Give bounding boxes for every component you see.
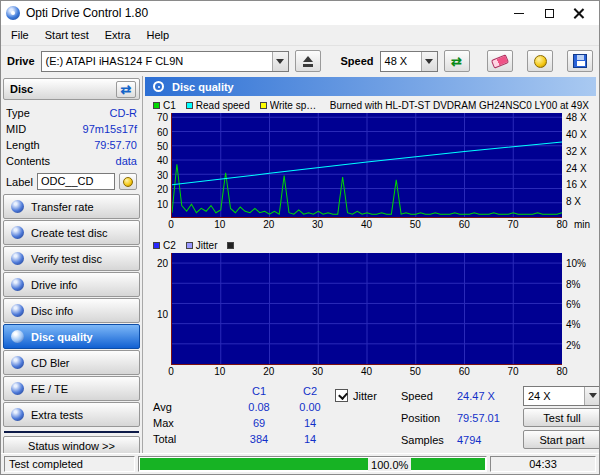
status-text-panel: Test completed: [4, 456, 135, 472]
c1-right-axis: 48 X40 X32 X24 X16 X8 X: [562, 113, 596, 218]
total-c2: 14: [285, 433, 335, 449]
info-value: 79:57.70: [94, 139, 137, 151]
jitter-plot: [171, 253, 562, 365]
max-c2: 14: [285, 417, 335, 433]
statusbar: Test completed 100.0% 04:33: [1, 453, 599, 474]
legend-swatch-icon: [186, 242, 193, 249]
drive-label: Drive: [7, 55, 35, 67]
results-area: C1 C2 Avg 0.08 0.00 Max 69 14 Total 384 …: [145, 379, 596, 453]
drive-combo[interactable]: (E:) ATAPI iHAS124 F CL9N: [41, 51, 289, 72]
legend-label: C2: [163, 240, 176, 251]
legend-item: Jitter: [186, 240, 218, 251]
close-icon: [574, 8, 584, 18]
samples-label: Samples: [401, 434, 451, 446]
label-row: Label ODC__CD: [3, 171, 140, 194]
progress-percent: 100.0%: [368, 458, 411, 472]
options-icon: [534, 55, 547, 68]
refresh-arrows-icon: ⇄: [451, 55, 462, 68]
label-input[interactable]: ODC__CD: [37, 173, 115, 190]
legend-item: C1: [153, 100, 176, 111]
sidebar-item-extra-tests[interactable]: Extra tests: [3, 402, 140, 427]
sidebar-item-fe-te[interactable]: FE / TE: [3, 376, 140, 401]
test-full-button[interactable]: Test full: [523, 408, 600, 427]
sidebar-item-label: Drive info: [31, 279, 77, 291]
sidebar-item-transfer-rate[interactable]: Transfer rate: [3, 194, 140, 219]
position-label: Position: [401, 412, 451, 424]
info-value: data: [116, 155, 137, 167]
menu-help[interactable]: Help: [138, 27, 177, 43]
c1-left-axis: 70605040302010: [145, 113, 171, 218]
error-stats-table: C1 C2 Avg 0.08 0.00 Max 69 14 Total 384 …: [153, 385, 335, 449]
column-header-c1: C1: [233, 385, 285, 401]
chart-legend: C2Jitter: [145, 238, 596, 253]
info-label: Type: [6, 107, 30, 119]
maximize-icon: [545, 9, 554, 18]
sidebar-item-disc-quality[interactable]: Disc quality: [3, 324, 140, 349]
sidebar-item-label: FE / TE: [31, 383, 68, 395]
sphere-icon: [11, 304, 24, 317]
speed-combo[interactable]: 48 X: [380, 51, 438, 72]
scan-controls: Jitter Speed 24.47 X 24 X Position 79:57…: [335, 385, 600, 449]
info-label: Length: [6, 139, 40, 151]
toolbar: Drive (E:) ATAPI iHAS124 F CL9N Speed 48…: [1, 46, 599, 76]
legend-label: Jitter: [196, 240, 218, 251]
save-button[interactable]: [567, 50, 593, 72]
speed-combo-arrow[interactable]: [421, 52, 437, 71]
jitter-left-axis: 2010: [145, 253, 171, 365]
chart-legend-items: C2Jitter: [153, 240, 237, 251]
drive-combo-arrow[interactable]: [272, 52, 288, 71]
chart-legend-items: C1Read speedWrite speed: [153, 100, 318, 111]
refresh-disc-button[interactable]: ⇄: [116, 81, 136, 98]
total-c1: 384: [233, 433, 285, 449]
sidebar-item-label: Create test disc: [31, 227, 107, 239]
start-part-button[interactable]: Start part: [523, 430, 600, 449]
eject-icon: [303, 56, 313, 62]
menu-file[interactable]: File: [3, 27, 37, 43]
legend-swatch-icon: [260, 102, 267, 109]
sidebar-item-drive-info[interactable]: Drive info: [3, 272, 140, 297]
sidebar-item-verify-test-disc[interactable]: Verify test disc: [3, 246, 140, 271]
legend-swatch-icon: [186, 102, 193, 109]
sidebar-item-label: Disc quality: [31, 331, 93, 343]
app-window: Opti Drive Control 1.80 File Start test …: [0, 0, 600, 475]
chart-legend: C1Read speedWrite speed Burned with HL-D…: [145, 98, 596, 113]
sphere-icon: [11, 382, 24, 395]
sidebar-item-create-test-disc[interactable]: Create test disc: [3, 220, 140, 245]
jitter-checkbox-label: Jitter: [353, 390, 377, 402]
row-label-max: Max: [153, 417, 233, 433]
drive-combo-value: (E:) ATAPI iHAS124 F CL9N: [42, 55, 272, 67]
scan-speed-value: 24.47 X: [457, 390, 517, 402]
scan-speed-combo-arrow[interactable]: [584, 387, 600, 405]
chevron-down-icon: [276, 59, 284, 64]
disc-header-label: Disc: [10, 83, 33, 95]
sidebar-footer-panel: [4, 431, 139, 433]
options-button[interactable]: [527, 50, 553, 72]
sidebar-item-disc-info[interactable]: Disc info: [3, 298, 140, 323]
refresh-arrows-icon: ⇄: [121, 83, 132, 96]
scan-speed-combo[interactable]: 24 X: [523, 386, 600, 406]
legend-item: Read speed: [186, 100, 250, 111]
burn-info-title: Burned with HL-DT-ST DVDRAM GH24NSC0 LY0…: [330, 100, 589, 111]
legend-label: C1: [163, 100, 176, 111]
info-value: 97m15s17f: [83, 123, 137, 135]
menu-extra[interactable]: Extra: [97, 27, 139, 43]
close-button[interactable]: [564, 3, 594, 23]
erase-disc-button[interactable]: [487, 50, 513, 72]
sidebar-item-label: Verify test disc: [31, 253, 102, 265]
maximize-button[interactable]: [534, 3, 564, 23]
menu-start-test[interactable]: Start test: [37, 27, 97, 43]
jitter-checkbox[interactable]: [335, 389, 348, 402]
sidebar-item-label: Transfer rate: [31, 201, 94, 213]
avg-c2: 0.00: [285, 401, 335, 417]
refresh-speeds-button[interactable]: ⇄: [444, 50, 470, 72]
label-edit-button[interactable]: [119, 173, 137, 190]
sidebar-item-cd-bler[interactable]: CD Bler: [3, 350, 140, 375]
info-row-type: Type CD-R: [6, 105, 137, 121]
eject-button[interactable]: [295, 50, 321, 72]
info-label: MID: [6, 123, 26, 135]
jitter-toggle[interactable]: Jitter: [335, 389, 395, 402]
avg-c1: 0.08: [233, 401, 285, 417]
minimize-button[interactable]: [504, 3, 534, 23]
page-title: Disc quality: [172, 81, 234, 93]
c1-plot: [171, 113, 562, 218]
